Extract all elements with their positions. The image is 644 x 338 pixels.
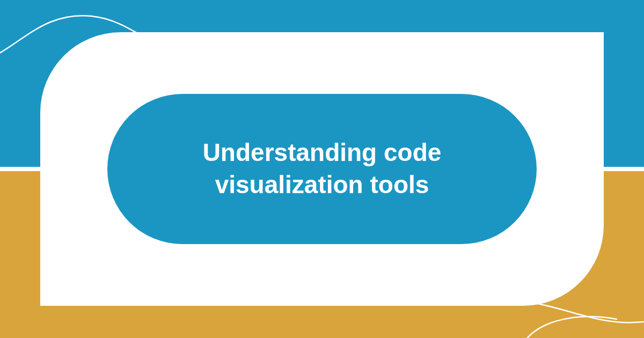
- title-pill: Understanding code visualization tools: [107, 94, 537, 244]
- hero-card: Understanding code visualization tools: [40, 32, 604, 306]
- page-title: Understanding code visualization tools: [150, 137, 494, 201]
